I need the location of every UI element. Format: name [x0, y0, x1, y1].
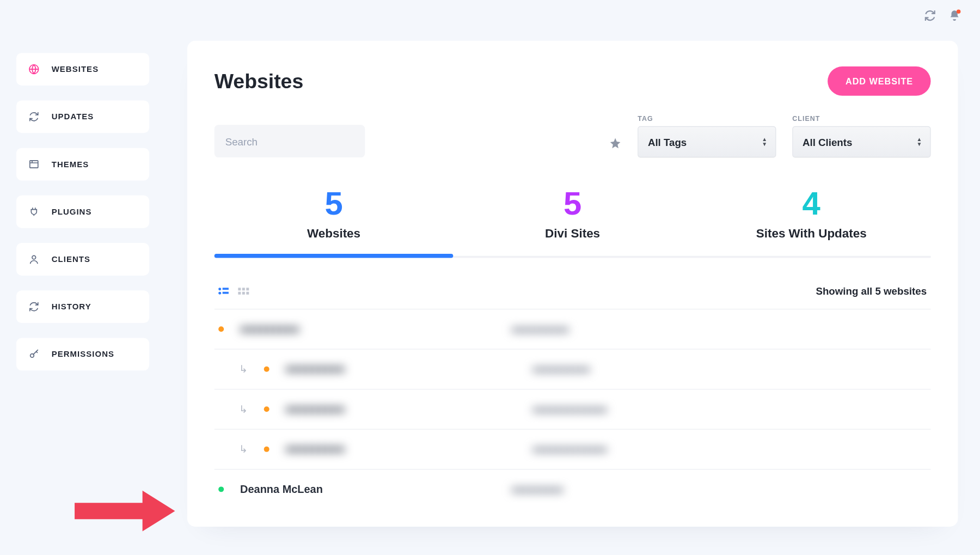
site-row[interactable]: ↳■■■■■■■■■■■■■■■■■■■■■■: [215, 389, 931, 429]
globe-icon: [28, 64, 39, 75]
site-row[interactable]: ■■■■■■■■■■■■■■■■■■■: [215, 309, 931, 349]
status-dot-icon: [264, 447, 270, 452]
site-url: ■■■■■■■■■■■■■: [505, 444, 607, 455]
tag-filter-label: TAG: [638, 115, 776, 123]
client-filter-label: CLIENT: [792, 115, 930, 123]
page-title: Websites: [215, 70, 303, 93]
chevron-updown-icon: ▲▼: [762, 137, 767, 147]
stat-label: Sites With Updates: [692, 227, 931, 241]
subdirectory-icon: ↳: [239, 403, 248, 415]
view-grid-toggle[interactable]: [238, 288, 249, 294]
add-website-button[interactable]: ADD WEBSITE: [828, 66, 931, 96]
sidebar-item-label: THEMES: [52, 160, 89, 169]
site-name: ■■■■■■■■■: [286, 443, 506, 455]
sidebar-item-permissions[interactable]: PERMISSIONS: [16, 338, 149, 371]
site-name: ■■■■■■■■■: [286, 363, 506, 375]
sidebar-item-themes[interactable]: THEMES: [16, 148, 149, 181]
status-dot-icon: [218, 486, 224, 492]
status-dot-icon: [264, 406, 270, 412]
site-name: ■■■■■■■■■: [286, 403, 506, 415]
site-row[interactable]: Deanna McLean■■■■■■■■■: [215, 469, 931, 509]
site-row[interactable]: ↳■■■■■■■■■■■■■■■■■■■: [215, 349, 931, 389]
refresh-icon[interactable]: [924, 9, 936, 24]
site-list: ■■■■■■■■■■■■■■■■■■■↳■■■■■■■■■■■■■■■■■■■↳…: [215, 309, 931, 509]
tag-filter-dropdown[interactable]: All Tags ▲▼: [638, 126, 776, 157]
sidebar-item-label: CLIENTS: [52, 254, 90, 264]
stat-number: 4: [692, 187, 931, 220]
sidebar-item-plugins[interactable]: PLUGINS: [16, 196, 149, 228]
favorites-filter-icon[interactable]: [609, 137, 621, 157]
site-url: ■■■■■■■■■■: [505, 364, 590, 375]
stat-label: Websites: [215, 227, 454, 241]
sidebar-item-label: PERMISSIONS: [52, 350, 114, 359]
sidebar-item-label: HISTORY: [52, 302, 91, 311]
sidebar-item-history[interactable]: HISTORY: [16, 290, 149, 323]
sidebar-item-websites[interactable]: WEBSITES: [16, 53, 149, 86]
site-url: ■■■■■■■■■■: [485, 324, 569, 334]
subdirectory-icon: ↳: [239, 443, 248, 455]
site-row[interactable]: ↳■■■■■■■■■■■■■■■■■■■■■■: [215, 429, 931, 469]
view-list-toggle[interactable]: [218, 288, 229, 294]
sidebar-item-clients[interactable]: CLIENTS: [16, 243, 149, 276]
tab-sites-with-updates[interactable]: 4 Sites With Updates: [692, 187, 931, 256]
tag-filter-value: All Tags: [648, 136, 687, 148]
sidebar-item-label: WEBSITES: [52, 64, 99, 74]
panel-icon: [28, 159, 39, 170]
refresh-icon: [28, 111, 39, 122]
subdirectory-icon: ↳: [239, 363, 248, 375]
status-dot-icon: [264, 367, 270, 372]
showing-count-text: Showing all 5 websites: [816, 285, 927, 296]
refresh-icon: [28, 301, 39, 312]
client-filter-dropdown[interactable]: All Clients ▲▼: [792, 126, 930, 157]
user-icon: [28, 254, 39, 265]
svg-point-2: [32, 255, 36, 259]
site-name: Deanna McLean: [240, 483, 485, 495]
sidebar-item-label: UPDATES: [52, 112, 94, 121]
chevron-updown-icon: ▲▼: [916, 137, 922, 147]
stat-number: 5: [453, 187, 692, 220]
tab-divi-sites[interactable]: 5 Divi Sites: [453, 187, 692, 256]
status-dot-icon: [218, 326, 224, 332]
filter-bar: TAG All Tags ▲▼ CLIENT All Clients ▲▼: [215, 115, 931, 157]
tab-websites[interactable]: 5 Websites: [215, 187, 454, 256]
sidebar-item-updates[interactable]: UPDATES: [16, 100, 149, 133]
key-icon: [28, 349, 39, 359]
websites-panel: Websites ADD WEBSITE TAG All Tags ▲▼: [187, 41, 958, 527]
sidebar-item-label: PLUGINS: [52, 207, 92, 216]
stats-tabs: 5 Websites 5 Divi Sites 4 Sites With Upd…: [215, 187, 931, 258]
svg-rect-1: [30, 161, 38, 168]
site-url: ■■■■■■■■■: [485, 484, 564, 495]
search-input[interactable]: [215, 125, 365, 157]
plug-icon: [28, 206, 39, 217]
site-name: ■■■■■■■■■: [240, 323, 485, 335]
site-url: ■■■■■■■■■■■■■: [505, 404, 607, 414]
stat-label: Divi Sites: [453, 227, 692, 241]
topbar: [905, 0, 979, 34]
client-filter-value: All Clients: [803, 136, 852, 148]
main-content: Websites ADD WEBSITE TAG All Tags ▲▼: [166, 0, 979, 554]
sidebar: WEBSITES UPDATES THEMES PLUGINS CLIENTS: [0, 0, 166, 554]
notifications-icon[interactable]: [948, 9, 960, 24]
stat-number: 5: [215, 187, 454, 220]
